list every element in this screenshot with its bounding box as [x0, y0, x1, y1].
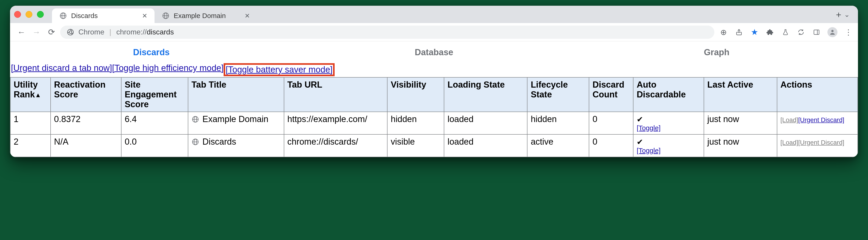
sort-asc-icon: ▲	[35, 91, 41, 98]
site-info[interactable]: Chrome	[67, 28, 104, 36]
cell-loading: loaded	[444, 134, 527, 157]
discards-table: Utility Rank▲ Reactivation Score Site En…	[10, 77, 858, 157]
cell-visibility: visible	[387, 134, 444, 157]
extensions-icon[interactable]	[766, 28, 775, 37]
col-reactivation-score[interactable]: Reactivation Score	[51, 77, 121, 112]
globe-icon	[191, 138, 199, 146]
col-utility-rank[interactable]: Utility Rank▲	[10, 77, 51, 112]
svg-point-6	[67, 29, 73, 35]
link-toggle-efficiency[interactable]: [Toggle high efficiency mode]	[112, 63, 224, 76]
window-controls	[14, 11, 44, 18]
cell-rank: 1	[10, 112, 51, 134]
toolbar: ← → ⟳ Chrome | chrome://discards	[10, 23, 858, 41]
col-auto-discardable[interactable]: Auto Discardable	[633, 77, 704, 112]
browser-tab[interactable]: Example Domain✕	[155, 8, 257, 23]
link-urgent-discard-tab[interactable]: [Urgent discard a tab now]	[11, 63, 112, 76]
profile-avatar[interactable]	[828, 27, 837, 37]
reload-button[interactable]: ⟳	[45, 26, 58, 38]
col-visibility[interactable]: Visibility	[387, 77, 444, 112]
new-tab-button[interactable]: ＋	[833, 9, 844, 20]
update-icon[interactable]	[797, 28, 806, 37]
svg-point-11	[831, 30, 834, 32]
browser-tab[interactable]: Discards✕	[52, 8, 155, 23]
close-tab-icon[interactable]: ✕	[142, 12, 147, 20]
cell-actions: [Load][Urgent Discard]	[777, 134, 858, 157]
col-loading-state[interactable]: Loading State	[444, 77, 527, 112]
titlebar-right: ⌄	[844, 10, 850, 19]
highlight-battery-saver: [Toggle battery saver mode]	[224, 63, 335, 76]
cell-title: Discards	[188, 134, 284, 157]
link-toggle-battery-saver[interactable]: [Toggle battery saver mode]	[226, 65, 333, 74]
cell-lifecycle: active	[527, 134, 589, 157]
zoom-icon[interactable]: ⊕	[719, 28, 728, 37]
page-content: DiscardsDatabaseGraph [Urgent discard a …	[10, 41, 858, 157]
cell-visibility: hidden	[387, 112, 444, 134]
col-last-active[interactable]: Last Active	[704, 77, 777, 112]
globe-icon	[59, 12, 67, 20]
table-row: 2N/A0.0Discardschrome://discards/visible…	[10, 134, 858, 157]
close-tab-icon[interactable]: ✕	[245, 12, 250, 20]
cell-reactivation: 0.8372	[51, 112, 121, 134]
close-window-button[interactable]	[14, 11, 21, 18]
toolbar-right: ⊕ ★ ⋮	[719, 27, 853, 37]
cell-auto-discardable: ✔[Toggle]	[633, 134, 704, 157]
col-site-engagement[interactable]: Site Engagement Score	[121, 77, 188, 112]
subtabs: DiscardsDatabaseGraph	[10, 41, 858, 63]
action-load[interactable]: [Load]	[780, 139, 798, 146]
check-icon: ✔	[637, 138, 643, 146]
check-icon: ✔	[637, 115, 643, 124]
toggle-auto-discardable[interactable]: [Toggle]	[637, 147, 701, 154]
table-row: 10.83726.4Example Domainhttps://example.…	[10, 112, 858, 134]
col-tab-title[interactable]: Tab Title	[188, 77, 284, 112]
chrome-icon	[67, 28, 74, 36]
subtab-discards[interactable]: Discards	[10, 41, 293, 63]
minimize-window-button[interactable]	[26, 11, 32, 18]
labs-icon[interactable]	[781, 28, 790, 37]
cell-title: Example Domain	[188, 112, 284, 134]
subtab-graph[interactable]: Graph	[575, 41, 858, 63]
subtab-database[interactable]: Database	[293, 41, 575, 63]
action-urgent-discard[interactable]: [Urgent Discard]	[798, 139, 844, 146]
tab-title: Discards	[71, 12, 98, 20]
cell-url: https://example.com/	[284, 112, 388, 134]
globe-icon	[191, 115, 199, 123]
browser-window: Discards✕Example Domain✕ ＋ ⌄ ← → ⟳	[10, 6, 858, 157]
sidepanel-icon[interactable]	[812, 28, 821, 37]
menu-icon[interactable]: ⋮	[844, 28, 853, 37]
col-lifecycle-state[interactable]: Lifecycle State	[527, 77, 589, 112]
cell-discard-count: 0	[589, 112, 633, 134]
action-load[interactable]: [Load]	[780, 116, 798, 123]
cell-last-active: just now	[704, 134, 777, 157]
cell-engagement: 6.4	[121, 112, 188, 134]
col-actions[interactable]: Actions	[777, 77, 858, 112]
cell-engagement: 0.0	[121, 134, 188, 157]
tab-strip: Discards✕Example Domain✕	[52, 6, 831, 23]
back-button[interactable]: ←	[15, 26, 28, 38]
col-discard-count[interactable]: Discard Count	[589, 77, 633, 112]
action-urgent-discard[interactable]: [Urgent Discard]	[798, 116, 844, 123]
cell-reactivation: N/A	[51, 134, 121, 157]
svg-rect-9	[814, 30, 819, 34]
cell-loading: loaded	[444, 112, 527, 134]
globe-icon	[162, 12, 169, 20]
bookmark-star-icon[interactable]: ★	[750, 28, 759, 37]
address-separator: |	[110, 28, 111, 36]
forward-button[interactable]: →	[30, 26, 43, 38]
col-tab-url[interactable]: Tab URL	[284, 77, 388, 112]
table-body: 10.83726.4Example Domainhttps://example.…	[10, 112, 858, 157]
cell-url: chrome://discards/	[284, 134, 388, 157]
address-url: chrome://discards	[116, 28, 174, 36]
share-icon[interactable]	[735, 28, 744, 37]
cell-discard-count: 0	[589, 134, 633, 157]
cell-auto-discardable: ✔[Toggle]	[633, 112, 704, 134]
address-prefix: Chrome	[79, 28, 104, 36]
tab-title: Example Domain	[174, 12, 226, 20]
maximize-window-button[interactable]	[37, 11, 44, 18]
tab-list-button[interactable]: ⌄	[844, 10, 850, 19]
cell-lifecycle: hidden	[527, 112, 589, 134]
titlebar: Discards✕Example Domain✕ ＋ ⌄	[10, 6, 858, 23]
address-bar[interactable]: Chrome | chrome://discards	[60, 26, 714, 39]
cell-actions: [Load][Urgent Discard]	[777, 112, 858, 134]
table-head: Utility Rank▲ Reactivation Score Site En…	[10, 77, 858, 112]
toggle-auto-discardable[interactable]: [Toggle]	[637, 124, 701, 132]
